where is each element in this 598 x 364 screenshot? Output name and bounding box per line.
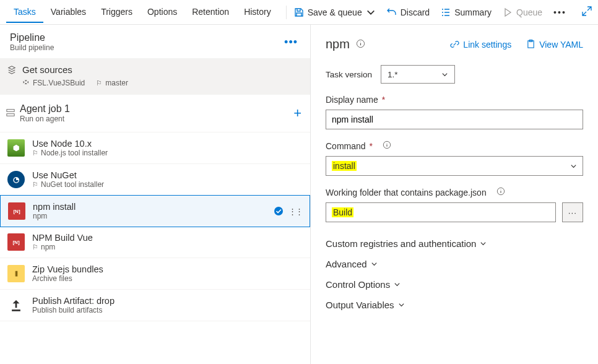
undo-icon: [387, 7, 397, 17]
server-icon: [6, 108, 15, 119]
task-version-label: Task version: [326, 70, 372, 79]
task-version-select[interactable]: 1.*: [381, 65, 455, 84]
task-use-nuget[interactable]: ◔ Use NuGet⚐NuGet tool installer: [0, 164, 310, 196]
task-zip-bundles[interactable]: ⦀ Zip Vuejs bundlesArchive files: [0, 258, 310, 290]
link-settings-button[interactable]: Link settings: [450, 40, 511, 50]
task-npm-build-vue[interactable]: [N] NPM Build Vue⚐npm: [0, 227, 310, 258]
command-select[interactable]: install: [326, 156, 583, 176]
working-folder-label: Working folder that contains package.jso…: [326, 188, 487, 197]
tab-triggers[interactable]: Triggers: [93, 1, 140, 23]
add-task-button[interactable]: +: [293, 105, 301, 121]
view-yaml-button[interactable]: View YAML: [526, 40, 583, 50]
upload-icon: [7, 297, 25, 314]
section-advanced[interactable]: Advanced: [326, 254, 583, 274]
drag-handle-icon[interactable]: ⋮⋮: [288, 207, 302, 216]
discard-button[interactable]: Discard: [387, 7, 430, 17]
section-custom-registries[interactable]: Custom registries and authentication: [326, 233, 583, 254]
get-sources-label: Get sources: [22, 64, 128, 75]
section-output-variables[interactable]: Output Variables: [326, 295, 583, 315]
node-icon: ⬢: [7, 139, 25, 157]
repo-name: FSL.VueJSBuid: [33, 79, 85, 87]
task-detail-title: npm: [326, 37, 350, 51]
task-npm-install[interactable]: [N] npm installnpm ⋮⋮: [0, 195, 310, 227]
info-icon[interactable]: [383, 141, 391, 151]
tab-variables[interactable]: Variables: [43, 1, 93, 23]
chevron-down-icon: [394, 281, 401, 288]
command-label: Command: [326, 141, 366, 151]
clipboard-icon: [526, 40, 535, 49]
browse-button[interactable]: ···: [562, 202, 583, 222]
chevron-down-icon: [570, 163, 577, 170]
tab-row: Tasks Variables Triggers Options Retenti…: [6, 1, 279, 23]
summary-button[interactable]: Summary: [441, 7, 492, 17]
svg-point-2: [274, 207, 283, 215]
list-icon: [441, 7, 451, 17]
nuget-icon: ◔: [7, 171, 25, 188]
agent-job-row[interactable]: Agent job 1 Run on agent +: [0, 95, 310, 132]
chevron-down-icon: [441, 71, 448, 78]
tab-retention[interactable]: Retention: [184, 1, 236, 23]
tab-history[interactable]: History: [236, 1, 279, 23]
pipeline-more-button[interactable]: •••: [282, 36, 300, 49]
check-circle-icon: [274, 206, 284, 216]
npm-icon: [N]: [7, 233, 25, 251]
chevron-down-icon: [366, 7, 376, 17]
info-icon[interactable]: [496, 187, 505, 197]
task-publish-artifact[interactable]: Publish Artifact: dropPublish build arti…: [0, 290, 310, 321]
display-name-input[interactable]: [326, 110, 583, 129]
save-icon: [294, 7, 304, 17]
fullscreen-button[interactable]: [582, 6, 592, 18]
chevron-down-icon: [371, 261, 378, 267]
pipeline-subtitle: Build pipeline: [10, 43, 54, 52]
play-icon: [503, 7, 513, 17]
queue-button: Queue: [503, 7, 542, 17]
svg-rect-0: [7, 109, 14, 111]
more-button[interactable]: •••: [553, 7, 566, 17]
tab-tasks[interactable]: Tasks: [6, 1, 43, 23]
display-name-label: Display name: [326, 95, 378, 105]
pipeline-title: Pipeline: [10, 32, 54, 43]
job-subtitle: Run on agent: [20, 115, 70, 123]
task-use-node[interactable]: ⬢ Use Node 10.x⚐Node.js tool installer: [0, 132, 310, 164]
repo-icon: [22, 79, 30, 87]
save-queue-button[interactable]: Save & queue: [294, 7, 376, 17]
working-folder-input[interactable]: Build: [326, 202, 556, 222]
archive-icon: ⦀: [7, 265, 25, 282]
link-icon: [450, 40, 459, 49]
stack-icon: [7, 66, 16, 76]
chevron-down-icon: [398, 301, 405, 308]
job-title: Agent job 1: [20, 103, 70, 115]
section-control-options[interactable]: Control Options: [326, 274, 583, 295]
branch-icon: ⚐: [96, 79, 102, 87]
get-sources-row[interactable]: Get sources FSL.VueJSBuid ⚐master: [0, 58, 310, 95]
info-icon[interactable]: [356, 39, 365, 50]
chevron-down-icon: [480, 240, 487, 247]
expand-icon: [582, 6, 592, 16]
svg-rect-1: [7, 113, 14, 116]
npm-icon: [N]: [8, 202, 25, 220]
branch-name: master: [105, 79, 128, 87]
tab-options[interactable]: Options: [140, 1, 184, 23]
